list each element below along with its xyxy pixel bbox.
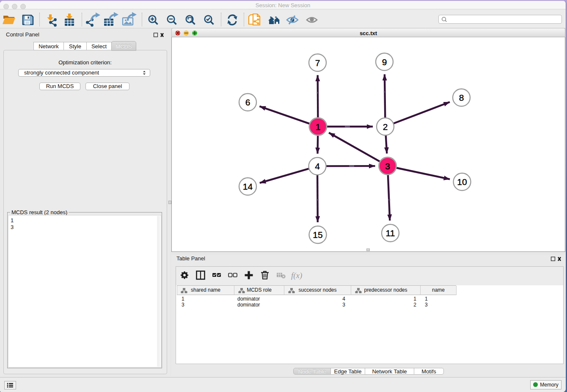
svg-text:8: 8 <box>459 93 464 102</box>
svg-text:f(x): f(x) <box>291 271 302 280</box>
svg-text:6: 6 <box>245 97 250 107</box>
svg-text:7: 7 <box>315 58 320 68</box>
svg-text:10: 10 <box>457 177 467 187</box>
svg-text:1: 1 <box>316 122 321 132</box>
svg-text:2: 2 <box>383 122 388 132</box>
svg-text:3: 3 <box>385 161 390 171</box>
svg-text:9: 9 <box>382 57 387 67</box>
svg-text:14: 14 <box>243 182 253 191</box>
svg-text:15: 15 <box>313 230 322 240</box>
svg-text:4: 4 <box>315 161 320 171</box>
svg-text:11: 11 <box>386 228 395 238</box>
